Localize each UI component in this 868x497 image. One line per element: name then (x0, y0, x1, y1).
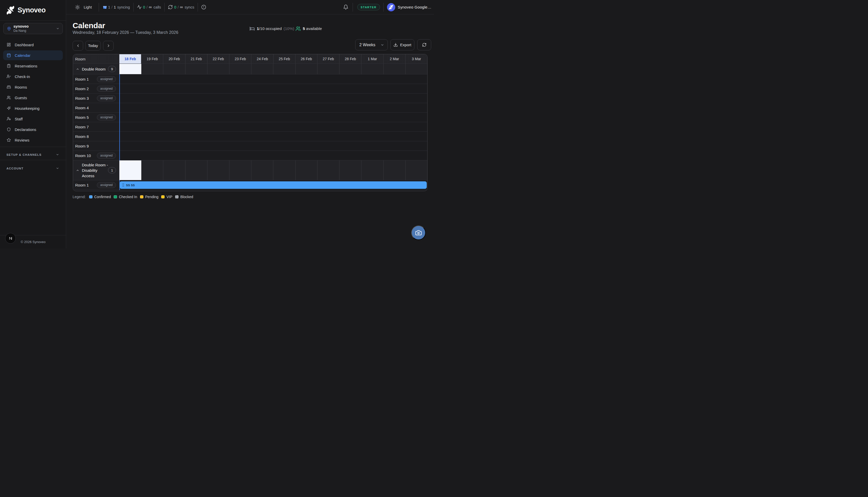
row-date-strip[interactable] (119, 113, 427, 122)
row-date-strip[interactable] (119, 141, 427, 151)
clipboard-list-icon (7, 64, 11, 68)
chevron-left-icon (76, 44, 80, 48)
room-label: Room 5 (75, 115, 89, 119)
row-label-cell[interactable]: Room 1 Room 1 assigned (73, 74, 119, 84)
row-date-strip[interactable] (119, 94, 427, 103)
date-column-header[interactable]: 18 Feb (119, 54, 141, 63)
section-account[interactable]: ACCOUNT (0, 160, 66, 176)
sidebar-item-reservations[interactable]: Reservations (3, 61, 63, 71)
room-type-label: Double Room - Disability Access (82, 162, 108, 179)
row-date-strip[interactable] (119, 74, 427, 84)
legend-item: Checked In (114, 195, 137, 199)
date-label: 27 Feb (323, 57, 334, 61)
row-label-cell[interactable]: Room 10 Room 10 assigned (73, 151, 119, 160)
sidebar-item-rooms[interactable]: Rooms (3, 82, 63, 92)
row-date-strip[interactable]: SS SS (119, 180, 427, 189)
info-alert-icon[interactable] (201, 5, 206, 10)
row-date-strip[interactable] (119, 122, 427, 131)
prev-period-button[interactable] (73, 41, 83, 51)
nextjs-dev-badge[interactable] (5, 233, 16, 244)
sidebar-item-label: Staff (15, 117, 23, 121)
sidebar-item-housekeeping[interactable]: Housekeeping (3, 103, 63, 113)
row-date-strip[interactable] (119, 84, 427, 93)
drag-handle-icon[interactable] (123, 183, 124, 187)
date-column-header[interactable]: 1 Mar (361, 54, 383, 63)
section-setup-channels[interactable]: SETUP & CHANNELS (0, 147, 66, 160)
gmb-sync-status[interactable]: G 1 / 1 syncing (103, 5, 130, 9)
date-column-header[interactable]: 3 Mar (405, 54, 427, 63)
date-column-header[interactable]: 26 Feb (295, 54, 317, 63)
sidebar-item-dashboard[interactable]: Dashboard (3, 40, 63, 49)
calls-usage[interactable]: 0 / ∞ calls (137, 5, 161, 10)
row-label-cell[interactable]: Room 9 Room 9 (73, 141, 119, 151)
legend-color-chip (161, 195, 165, 199)
date-label: 18 Feb (125, 57, 136, 61)
row-date-strip[interactable] (119, 64, 427, 74)
star-icon (7, 138, 11, 142)
sidebar-item-declarations[interactable]: Declarations (3, 125, 63, 134)
row-date-strip[interactable] (119, 160, 427, 180)
date-column-header[interactable]: 24 Feb (251, 54, 273, 63)
row-date-strip[interactable] (119, 103, 427, 112)
today-column-cell[interactable] (119, 64, 141, 74)
sidebar-item-staff[interactable]: Staff (3, 114, 63, 124)
next-period-button[interactable] (103, 41, 114, 51)
row-label-cell[interactable]: Room 7 Room 7 (73, 122, 119, 131)
chevron-down-icon (56, 27, 59, 30)
plan-badge-button[interactable]: STARTER (357, 4, 380, 10)
date-column-header[interactable]: 19 Feb (141, 54, 163, 63)
today-button[interactable]: Today (85, 41, 101, 51)
date-column-header[interactable]: 28 Feb (339, 54, 361, 63)
bell-icon[interactable] (343, 4, 348, 10)
date-column-header[interactable]: 21 Feb (185, 54, 207, 63)
chevron-up-icon[interactable] (76, 169, 79, 172)
date-column-header[interactable]: 25 Feb (273, 54, 295, 63)
camera-icon (415, 229, 422, 236)
today-column-cell[interactable] (119, 160, 141, 180)
row-label-cell[interactable]: Room 3 Room 3 assigned (73, 94, 119, 103)
date-column-header[interactable]: 27 Feb (317, 54, 339, 63)
sidebar-item-guests[interactable]: Guests (3, 93, 63, 102)
date-column-header[interactable]: 23 Feb (229, 54, 251, 63)
property-selector[interactable]: synoveo Da Nang (3, 23, 63, 34)
legend-label: Blocked (180, 195, 193, 199)
sidebar-item-label: Reviews (15, 138, 29, 142)
legend-item: Confirmed (89, 195, 111, 199)
sidebar-item-calendar[interactable]: Calendar (3, 51, 63, 60)
sidebar-item-reviews[interactable]: Reviews (3, 135, 63, 145)
row-date-strip[interactable] (119, 132, 427, 141)
gmb-label: syncing (117, 5, 130, 9)
sidebar-item-label: Housekeeping (15, 106, 40, 111)
row-label-cell[interactable]: Double Room - Disability Access Double R… (73, 160, 119, 180)
date-column-header[interactable]: 20 Feb (163, 54, 185, 63)
date-column-header[interactable]: 22 Feb (207, 54, 229, 63)
export-button[interactable]: Export (390, 39, 414, 51)
row-label-cell[interactable]: Room 1 Room 1 assigned (73, 180, 119, 189)
account-avatar[interactable] (387, 3, 395, 11)
date-label: 19 Feb (147, 57, 158, 61)
assigned-badge: assigned (97, 182, 116, 188)
brand-logo[interactable]: Synoveo (0, 0, 66, 21)
row-date-strip[interactable] (119, 151, 427, 160)
account-name[interactable]: Synoveo Google… (398, 5, 431, 9)
legend-color-chip (140, 195, 143, 199)
syncs-usage[interactable]: 0 / ∞ syncs (168, 5, 194, 10)
sidebar-item-checkin[interactable]: Check-in (3, 72, 63, 81)
screenshot-camera-button[interactable] (411, 226, 426, 240)
row-label-cell[interactable]: Room 8 Room 8 (73, 132, 119, 141)
room-label: Room 8 (75, 134, 89, 139)
theme-toggle[interactable]: Light (75, 5, 92, 10)
date-label: 21 Feb (191, 57, 202, 61)
row-label-cell[interactable]: Room 2 Room 2 assigned (73, 84, 119, 93)
row-label-cell[interactable]: Room 4 Room 4 (73, 103, 119, 112)
sidebar-item-label: Check-in (15, 74, 30, 79)
refresh-button[interactable] (417, 39, 431, 51)
chevron-up-icon[interactable] (76, 68, 79, 71)
reservation-bar[interactable]: SS SS (119, 181, 427, 189)
date-column-header[interactable]: 2 Mar (383, 54, 405, 63)
row-label-cell[interactable]: Double Room Double Room 9 (73, 64, 119, 74)
activity-icon (137, 5, 142, 10)
row-label-cell[interactable]: Room 5 Room 5 assigned (73, 113, 119, 122)
range-select[interactable]: 2 Weeks (355, 39, 388, 51)
grid-row: Double Room Double Room 9 (73, 64, 427, 74)
